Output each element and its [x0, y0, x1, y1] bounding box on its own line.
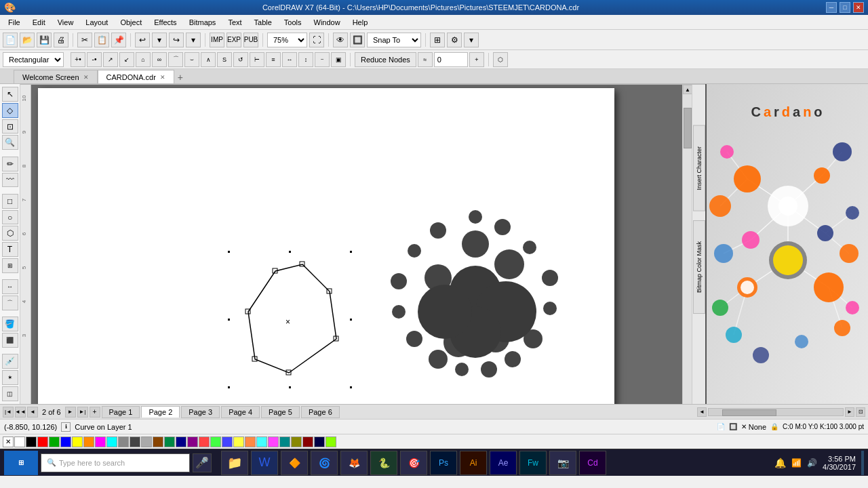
menu-file[interactable]: File [3, 17, 26, 28]
menu-table[interactable]: Table [249, 17, 277, 28]
taskbar-app4[interactable]: 🌀 [311, 451, 338, 475]
table-tool[interactable]: ⊞ [2, 258, 18, 273]
show-desktop-btn[interactable] [861, 451, 864, 475]
shape-type-select[interactable]: Rectangular Round Cusp Smooth Symmetrica… [3, 52, 64, 67]
add-node-btn[interactable]: +• [71, 52, 85, 67]
options-button[interactable]: ⚙ [447, 33, 462, 47]
network-icon[interactable]: 📶 [791, 458, 802, 468]
color-brown[interactable] [153, 436, 163, 447]
menu-window[interactable]: Window [309, 17, 346, 28]
page-prev-btn[interactable]: ◄ [27, 407, 38, 418]
page-prev-btn2[interactable]: ◄◄ [15, 407, 26, 418]
taskbar-corel[interactable]: Cd [579, 451, 606, 475]
page-tab-6[interactable]: Page 6 [301, 406, 340, 418]
color-red[interactable] [37, 436, 48, 447]
connector-tool[interactable]: ⌒ [2, 296, 18, 310]
drawing-canvas[interactable]: × [31, 85, 692, 404]
menu-bitmaps[interactable]: Bitmaps [184, 17, 222, 28]
node-extract[interactable]: ⊢ [250, 52, 264, 67]
scroll-thumb-vertical[interactable] [684, 108, 692, 148]
start-button[interactable]: ⊞ [4, 451, 38, 475]
node-tool-2[interactable]: ↙ [119, 52, 134, 67]
color-darkgreen[interactable] [164, 436, 175, 447]
parallel-dim[interactable]: ↔ [2, 279, 18, 294]
crop-tool[interactable]: ⊡ [2, 119, 18, 134]
color-purple[interactable] [187, 436, 198, 447]
node-convert-1[interactable]: ⌒ [168, 52, 183, 67]
color-darkblue[interactable] [176, 436, 186, 447]
shape-tool[interactable]: ◇ [2, 103, 18, 118]
volume-icon[interactable]: 🔊 [807, 458, 817, 468]
page-first-btn[interactable]: |◄ [3, 407, 14, 418]
info-icon[interactable]: ℹ [61, 422, 71, 432]
color-lightblue[interactable] [222, 436, 233, 447]
remove-node-btn[interactable]: -• [87, 52, 102, 67]
zoom-tool[interactable]: 🔍 [2, 135, 18, 150]
taskbar-app12[interactable]: 📷 [549, 451, 576, 475]
color-lightgray[interactable] [141, 436, 152, 447]
color-lightorange[interactable] [245, 436, 256, 447]
color-blue[interactable] [60, 436, 71, 447]
tab-cardona[interactable]: CARDONA.cdr ✕ [98, 70, 174, 83]
menu-object[interactable]: Object [115, 17, 147, 28]
rect-tool[interactable]: □ [2, 194, 18, 209]
color-lime[interactable] [326, 436, 336, 447]
redo-button[interactable]: ↪ [169, 33, 184, 47]
menu-help[interactable]: Help [347, 17, 374, 28]
color-maroon[interactable] [302, 436, 313, 447]
color-darkgray[interactable] [130, 436, 140, 447]
add-tab-button[interactable]: + [174, 71, 186, 83]
color-navy[interactable] [314, 436, 325, 447]
node-convert-2[interactable]: ⌣ [184, 52, 199, 67]
node-elastic[interactable]: ~ [315, 52, 330, 67]
maximize-button[interactable]: □ [840, 2, 850, 13]
grid-button[interactable]: ⊞ [430, 33, 445, 47]
snap-to-select[interactable]: Snap To [367, 33, 421, 47]
color-orange[interactable] [83, 436, 94, 447]
polygon-tool[interactable]: ⬡ [2, 226, 18, 241]
taskbar-fw[interactable]: Fw [519, 451, 547, 475]
page-last-btn[interactable]: ►| [77, 407, 88, 418]
taskbar-app7[interactable]: 🎯 [400, 451, 427, 475]
zoom-fit-btn[interactable]: ⊡ [856, 407, 865, 417]
no-fill-swatch[interactable]: ✕ [3, 436, 14, 447]
node-break[interactable]: ⌂ [136, 52, 151, 67]
color-lightred[interactable] [199, 436, 210, 447]
color-gray[interactable] [118, 436, 129, 447]
notification-icon[interactable]: 🔔 [774, 458, 786, 468]
color-teal[interactable] [279, 436, 290, 447]
color-cyan[interactable] [106, 436, 117, 447]
snap-btn[interactable]: 🔲 [350, 33, 365, 47]
import-button[interactable]: IMP [210, 33, 224, 47]
minimize-button[interactable]: ─ [826, 2, 837, 13]
color-lightcyan[interactable] [256, 436, 267, 447]
page-tab-2[interactable]: Page 2 [141, 406, 180, 418]
color-lightgreen[interactable] [210, 436, 221, 447]
menu-text[interactable]: Text [222, 17, 247, 28]
open-button[interactable]: 📂 [20, 33, 35, 47]
page-tab-3[interactable]: Page 3 [181, 406, 220, 418]
color-pink[interactable] [268, 436, 279, 447]
fullscreen-button[interactable]: ⛶ [309, 33, 324, 47]
doc-info-btn[interactable]: 📄 [717, 423, 725, 430]
page-tab-5[interactable]: Page 5 [261, 406, 300, 418]
color-olive[interactable] [291, 436, 302, 447]
reduce-nodes-apply[interactable]: + [469, 52, 484, 67]
color-green[interactable] [49, 436, 60, 447]
undo-dropdown[interactable]: ▾ [152, 33, 167, 47]
node-convert-3[interactable]: ∧ [201, 52, 216, 67]
taskbar-word[interactable]: W [251, 451, 278, 475]
node-tool-1[interactable]: ↗ [103, 52, 118, 67]
insert-character-tab[interactable]: Insert Character [693, 125, 705, 211]
save-button[interactable]: 💾 [37, 33, 52, 47]
artistic-tool[interactable]: 〰 [2, 173, 18, 188]
interactive-tool[interactable]: ✶ [2, 370, 18, 385]
bitmap-color-mask-tab[interactable]: Bitmap Color Mask [693, 220, 705, 314]
close-welcome-tab[interactable]: ✕ [83, 74, 89, 81]
taskbar-illustrator[interactable]: Ai [460, 451, 487, 475]
select-tool[interactable]: ↖ [2, 87, 18, 102]
hscroll-left[interactable]: ◄ [697, 407, 707, 417]
color-magenta[interactable] [95, 436, 106, 447]
eyedropper-tool[interactable]: 💉 [2, 354, 18, 369]
page-tab-1[interactable]: Page 1 [102, 406, 140, 418]
